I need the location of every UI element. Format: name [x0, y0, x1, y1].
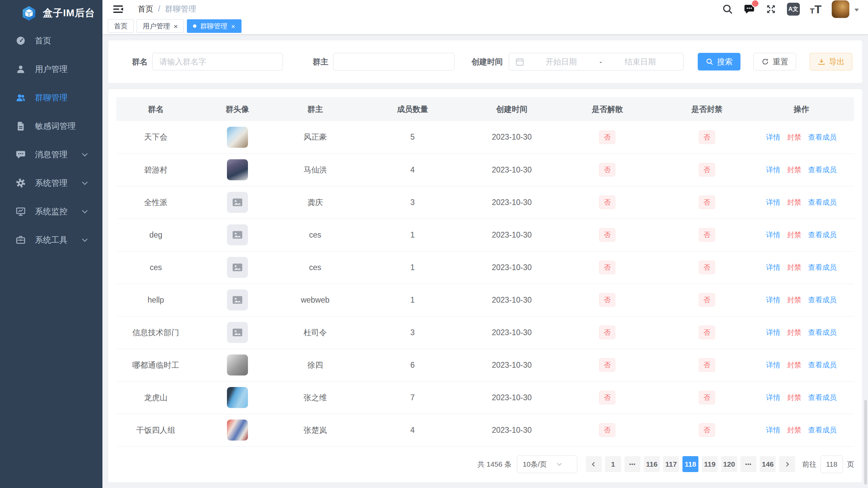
view-members-link[interactable]: 查看成员	[808, 361, 836, 369]
page-button-146[interactable]: 146	[760, 456, 776, 472]
detail-link[interactable]: 详情	[766, 198, 780, 206]
group-owner-cell: ces	[279, 251, 351, 284]
sidebar-item-group-chat-management[interactable]: 群聊管理	[0, 83, 102, 112]
font-size-icon[interactable]: TT	[810, 3, 822, 15]
banned-status-badge: 否	[699, 196, 715, 209]
sidebar-item-message-management[interactable]: 消息管理	[0, 140, 102, 169]
breadcrumb-current: 群聊管理	[165, 4, 196, 14]
detail-link[interactable]: 详情	[766, 133, 780, 141]
detail-link[interactable]: 详情	[766, 231, 780, 239]
ban-link[interactable]: 封禁	[787, 426, 801, 434]
disbanded-status-badge: 否	[599, 326, 615, 339]
prev-page-button[interactable]	[586, 456, 602, 472]
created-time-cell: 2023-10-30	[474, 414, 549, 446]
export-button[interactable]: 导出	[810, 53, 852, 70]
translate-icon[interactable]: A文	[787, 3, 800, 16]
group-owner-cell: 徐四	[279, 349, 351, 381]
view-members-link[interactable]: 查看成员	[808, 393, 836, 401]
tab-首页[interactable]: 首页	[108, 19, 134, 33]
banned-cell: 否	[665, 349, 749, 381]
page-button-116[interactable]: 116	[644, 456, 660, 472]
created-time-cell: 2023-10-30	[474, 284, 549, 316]
page-ellipsis[interactable]: •••	[624, 456, 640, 472]
ban-link[interactable]: 封禁	[787, 393, 801, 401]
app-logo[interactable]: 盒子IM后台	[0, 0, 102, 26]
ban-link[interactable]: 封禁	[787, 296, 801, 304]
avatar	[832, 0, 849, 18]
detail-link[interactable]: 详情	[766, 328, 780, 336]
view-members-link[interactable]: 查看成员	[808, 166, 836, 174]
table-column-header: 群头像	[195, 97, 279, 121]
group-name-input[interactable]	[152, 53, 283, 70]
close-tab-icon[interactable]: ×	[231, 23, 235, 30]
page-ellipsis[interactable]: •••	[740, 456, 756, 472]
gear-icon	[16, 178, 26, 188]
view-members-link[interactable]: 查看成员	[808, 133, 836, 141]
view-members-link[interactable]: 查看成员	[808, 231, 836, 239]
view-members-link[interactable]: 查看成员	[808, 263, 836, 271]
sidebar-item-sensitive-words-management[interactable]: 敏感词管理	[0, 112, 102, 140]
next-page-button[interactable]	[779, 456, 795, 472]
detail-link[interactable]: 详情	[766, 361, 780, 369]
table-row: 天下会风正豪52023-10-30否否详情封禁查看成员	[116, 121, 854, 154]
detail-link[interactable]: 详情	[766, 393, 780, 401]
table-column-header: 群主	[279, 97, 351, 121]
view-members-link[interactable]: 查看成员	[808, 296, 836, 304]
view-members-link[interactable]: 查看成员	[808, 426, 836, 434]
view-members-link[interactable]: 查看成员	[808, 328, 836, 336]
group-owner-input[interactable]	[333, 53, 455, 70]
goto-label: 前往	[802, 460, 816, 469]
ban-link[interactable]: 封禁	[787, 166, 801, 174]
start-date-placeholder[interactable]: 开始日期	[524, 57, 598, 67]
sidebar-toggle-button[interactable]	[112, 3, 124, 15]
end-date-placeholder[interactable]: 结束日期	[603, 57, 677, 67]
ban-link[interactable]: 封禁	[787, 263, 801, 271]
app-screen: 盒子IM后台 首页用户管理群聊管理敏感词管理消息管理系统管理系统监控系统工具 首…	[0, 0, 868, 488]
search-icon[interactable]	[722, 3, 733, 15]
ban-link[interactable]: 封禁	[787, 231, 801, 239]
detail-link[interactable]: 详情	[766, 263, 780, 271]
table-header-row: 群名群头像群主成员数量创建时间是否解散是否封禁操作	[116, 97, 854, 121]
sidebar-item-system-management[interactable]: 系统管理	[0, 169, 102, 197]
sidebar-item-system-monitor[interactable]: 系统监控	[0, 197, 102, 226]
page-size-select[interactable]: 10条/页	[517, 455, 577, 473]
fullscreen-icon[interactable]	[765, 3, 777, 15]
ban-link[interactable]: 封禁	[787, 328, 801, 336]
tab-群聊管理[interactable]: 群聊管理×	[187, 19, 241, 33]
page-button-120[interactable]: 120	[721, 456, 737, 472]
group-owner-cell: 张之维	[279, 381, 351, 414]
detail-link[interactable]: 详情	[766, 426, 780, 434]
banned-cell: 否	[665, 154, 749, 186]
reset-button[interactable]: 重置	[753, 53, 796, 70]
goto-page-input[interactable]	[821, 455, 843, 473]
sidebar-item-home[interactable]: 首页	[0, 26, 102, 55]
avatar-placeholder-icon	[227, 224, 248, 245]
sidebar-item-user-management[interactable]: 用户管理	[0, 55, 102, 83]
table-row: degces12023-10-30否否详情封禁查看成员	[116, 219, 854, 251]
message-icon[interactable]	[744, 3, 755, 15]
create-time-range-picker[interactable]: 开始日期 - 结束日期	[509, 53, 683, 70]
ban-link[interactable]: 封禁	[787, 198, 801, 206]
group-name-cell: 碧游村	[116, 154, 195, 186]
vertical-scrollbar-thumb[interactable]	[864, 400, 867, 485]
tab-用户管理[interactable]: 用户管理×	[137, 19, 184, 33]
detail-link[interactable]: 详情	[766, 296, 780, 304]
detail-link[interactable]: 详情	[766, 166, 780, 174]
page-button-117[interactable]: 117	[663, 456, 679, 472]
member-count-cell: 1	[351, 284, 474, 316]
search-button[interactable]: 搜索	[698, 53, 740, 70]
ban-link[interactable]: 封禁	[787, 361, 801, 369]
group-avatar-cell	[195, 186, 279, 219]
view-members-link[interactable]: 查看成员	[808, 198, 836, 206]
user-menu[interactable]	[832, 0, 859, 18]
sidebar-item-system-tools[interactable]: 系统工具	[0, 226, 102, 254]
sidebar-item-label: 敏感词管理	[35, 121, 89, 131]
disbanded-cell: 否	[549, 219, 665, 251]
breadcrumb-home[interactable]: 首页	[138, 4, 153, 14]
page-button-119[interactable]: 119	[702, 456, 718, 472]
page-button-1[interactable]: 1	[605, 456, 621, 472]
ban-link[interactable]: 封禁	[787, 133, 801, 141]
avatar-placeholder-icon	[227, 322, 248, 343]
close-tab-icon[interactable]: ×	[174, 23, 178, 30]
page-button-118[interactable]: 118	[682, 456, 698, 472]
